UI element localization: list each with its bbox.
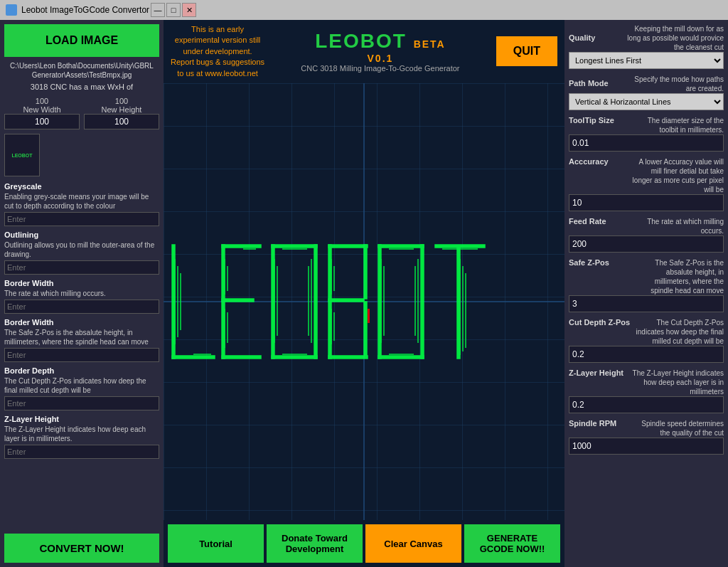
spindle-label: Spindle RPM [569, 419, 616, 428]
border-width2-input[interactable] [4, 348, 159, 362]
maximize-button[interactable]: □ [166, 3, 181, 17]
quality-select[interactable]: Longest Lines First [569, 52, 724, 69]
quit-button[interactable]: QUIT [496, 36, 557, 66]
greyscale-desc: Enabling grey-scale means your image wil… [4, 192, 159, 211]
file-path: C:\Users\Leon Botha\Documents\Unity\GBRL… [4, 61, 159, 80]
leobot-subtitle: CNC 3018 Milling Image-To-Gcode Generato… [301, 64, 459, 73]
beta-label: BETA [414, 38, 446, 50]
grid-overlay [164, 83, 564, 520]
left-panel: LOAD IMAGE C:\Users\Leon Botha\Documents… [0, 20, 164, 567]
border-depth-desc: The Cut Depth Z-Pos indicates how deep t… [4, 376, 159, 395]
milling-art [165, 230, 563, 373]
tooltip-input[interactable] [569, 134, 724, 152]
safez-input[interactable] [569, 295, 724, 312]
clear-canvas-button[interactable]: Clear Canvas [365, 524, 461, 563]
greyscale-section: Greyscale Enabling grey-scale means your… [4, 182, 159, 226]
zlayer-right-desc: The Z-Layer Height indicates how deep ea… [631, 369, 724, 396]
zlayer-right-input[interactable] [569, 396, 724, 413]
dimensions-row: 100 New Width 100 New Height [4, 97, 159, 129]
border-depth-section: Border Depth The Cut Depth Z-Pos indicat… [4, 366, 159, 410]
convert-button[interactable]: CONVERT NOW! [4, 534, 159, 563]
tooltip-label: ToolTip Size [569, 116, 614, 124]
accuracy-input[interactable] [569, 194, 724, 211]
spindle-section: Spindle RPM Spindle speed determines the… [569, 419, 724, 455]
svg-rect-73 [368, 309, 370, 323]
svg-rect-21 [272, 245, 274, 359]
cutdepth-input[interactable] [569, 346, 724, 363]
svg-rect-47 [421, 245, 424, 359]
height-input[interactable] [84, 114, 159, 129]
zlayer-section: Z-Layer Height The Z-Layer Height indica… [4, 415, 159, 459]
greyscale-input[interactable] [4, 212, 159, 226]
svg-rect-37 [364, 245, 367, 299]
border-width2-section: Border Width The Safe Z-Pos is the absal… [4, 318, 159, 362]
right-panel: Quality Keeping the mill down for as lon… [564, 20, 728, 567]
path-mode-desc: Specify the mode how paths are created. [624, 75, 724, 93]
svg-rect-3 [172, 245, 175, 359]
feedrate-input[interactable] [569, 235, 724, 253]
minimize-button[interactable]: — [151, 3, 165, 17]
svg-rect-0 [164, 83, 564, 520]
border-width-section: Border Width The rate at which milling o… [4, 279, 159, 314]
load-image-button[interactable]: LOAD IMAGE [4, 24, 159, 57]
svg-rect-59 [457, 248, 460, 359]
path-mode-select[interactable]: Vertical & Horizaontal Lines [569, 93, 724, 110]
border-depth-title: Border Depth [4, 366, 159, 375]
svg-rect-24 [272, 356, 317, 359]
cutdepth-label: Cut Depth Z-Pos [569, 318, 630, 327]
path-mode-section: Path Mode Specify the mode how paths are… [569, 75, 724, 110]
canvas-container[interactable] [164, 83, 564, 520]
cutdepth-section: Cut Depth Z-Pos The Cut Depth Z-Pos indi… [569, 318, 724, 363]
logo-area: LEOBOT BETA V0.1 CNC 3018 Milling Image-… [301, 30, 459, 73]
cnc-info: 3018 CNC has a max WxH of [4, 83, 159, 91]
safez-section: Safe Z-Pos The Safe Z-Pos is the absalut… [569, 258, 724, 312]
svg-rect-34 [328, 245, 368, 248]
top-bar: This is an early experimental version st… [164, 20, 564, 83]
titlebar-title: Leobot ImageToGCode Convertor [21, 5, 149, 15]
accuracy-section: Acccuracy A lower Accuracy value will mi… [569, 157, 724, 211]
svg-rect-4 [172, 356, 215, 359]
svg-rect-13 [222, 356, 261, 359]
border-width-input[interactable] [4, 300, 159, 314]
svg-rect-49 [378, 356, 424, 359]
zlayer-title: Z-Layer Height [4, 415, 159, 423]
svg-rect-12 [222, 299, 254, 302]
image-preview: LEOBOT [4, 134, 40, 176]
svg-rect-23 [272, 245, 317, 248]
width-label: New Width [23, 105, 60, 114]
border-depth-input[interactable] [4, 396, 159, 410]
generate-gcode-button[interactable]: GENERATE GCODE NOW!! [464, 524, 560, 563]
leobot-logo: LEOBOT BETA V0.1 [301, 30, 459, 64]
early-notice: This is an early experimental version st… [171, 24, 264, 79]
outlining-input[interactable] [4, 260, 159, 275]
zlayer-desc: The Z-Layer Height indicates how deep ea… [4, 425, 159, 443]
width-value-label: 100 [36, 97, 48, 105]
close-button[interactable]: ✕ [182, 3, 196, 17]
app-icon [6, 4, 17, 16]
tutorial-button[interactable]: Tutorial [168, 524, 264, 563]
safez-label: Safe Z-Pos [569, 258, 609, 267]
outlining-title: Outlining [4, 230, 159, 239]
accuracy-label: Acccuracy [569, 157, 609, 166]
svg-rect-58 [435, 245, 485, 248]
cutdepth-desc: The Cut Depth Z-Pos indicates how deep t… [631, 318, 724, 346]
accuracy-desc: A lower Accuracy value will mill finer d… [631, 157, 724, 194]
border-width-desc: The rate at which milling occurs. [4, 289, 159, 298]
feedrate-desc: The rate at which milling occurs. [631, 217, 724, 235]
height-block: 100 New Height [84, 97, 159, 129]
svg-rect-11 [222, 245, 261, 248]
safez-desc: The Safe Z-Pos is the absalute height, i… [631, 258, 724, 295]
tooltip-desc: The diameter size of the toolbit in mill… [631, 116, 724, 134]
bottom-bar: Tutorial Donate Toward Development Clear… [164, 520, 564, 567]
svg-rect-22 [314, 245, 317, 359]
width-input[interactable] [4, 114, 80, 129]
svg-rect-35 [328, 299, 364, 302]
svg-rect-46 [378, 245, 381, 359]
donate-button[interactable]: Donate Toward Development [267, 524, 363, 563]
feedrate-label: Feed Rate [569, 217, 606, 226]
spindle-input[interactable] [569, 438, 724, 455]
zlayer-input[interactable] [4, 445, 159, 459]
svg-rect-38 [364, 302, 367, 356]
path-mode-label: Path Mode [569, 79, 609, 88]
quality-label: Quality [569, 33, 595, 42]
